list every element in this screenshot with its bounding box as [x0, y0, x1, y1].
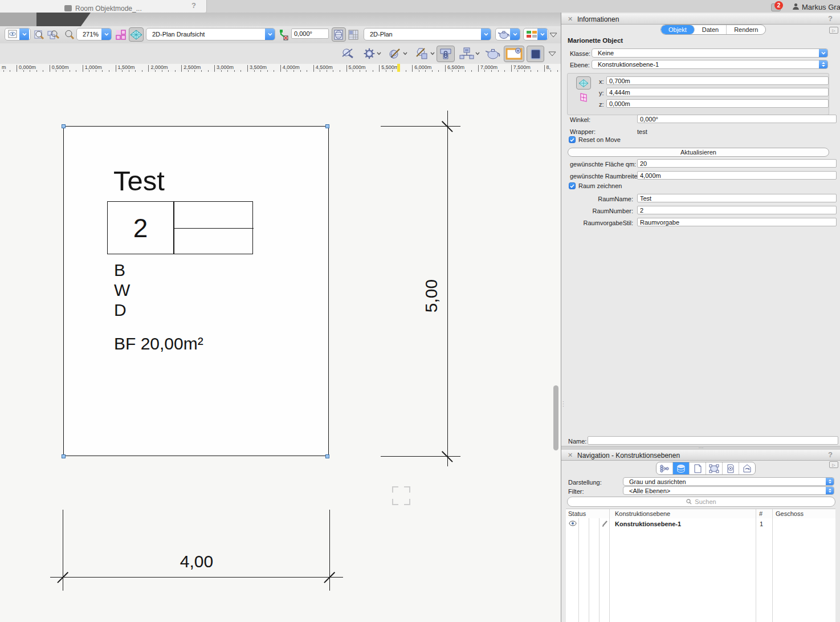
fit-page-zoom-button[interactable]: [33, 29, 46, 41]
color-scheme-control[interactable]: [523, 28, 548, 40]
winkel-input[interactable]: [637, 115, 837, 123]
raumvorgabestil-input[interactable]: [637, 218, 837, 226]
selection-handle-bottom-left[interactable]: [62, 454, 66, 458]
notification-badge[interactable]: 2: [774, 1, 783, 10]
aktualisieren-button[interactable]: Aktualisieren: [568, 148, 829, 157]
visibility-eye-icon[interactable]: [569, 521, 577, 526]
raumvorgabestil-label: RaumvorgabeStil:: [583, 219, 633, 226]
layer-table-body[interactable]: Konstruktionsebene-1 1: [566, 518, 835, 622]
ruler-tick-label: 1,000m: [85, 64, 102, 70]
nav-saved-views-icon[interactable]: [739, 462, 755, 474]
x-input[interactable]: [606, 76, 829, 85]
tab-objekt[interactable]: Objekt: [661, 25, 695, 34]
user-name[interactable]: Markus Graf: [802, 3, 840, 11]
plan-select-value: 2D-Plan: [364, 31, 481, 38]
detach-icon[interactable]: ▷: [829, 461, 838, 468]
filter-select[interactable]: <Alle Ebenen>: [623, 486, 834, 495]
search-field[interactable]: Suchen: [567, 497, 835, 507]
letter-line-b: B: [114, 260, 130, 280]
klasse-dropdown[interactable]: [819, 49, 827, 57]
plan-rotation-button[interactable]: [129, 27, 144, 42]
room-object[interactable]: [63, 126, 329, 456]
working-plane-button[interactable]: [576, 91, 591, 104]
raum-zeichnen-checkbox[interactable]: [569, 182, 576, 189]
darstellung-select[interactable]: Grau und ausrichten: [623, 477, 834, 486]
breite-input[interactable]: [637, 171, 837, 180]
link-mode-button[interactable]: [437, 46, 455, 62]
help-icon[interactable]: ?: [828, 450, 833, 459]
edit-geometry-button[interactable]: [413, 47, 437, 60]
vectorworks-window: Room Objektmode_... ? 2 Markus Graf 271%…: [0, 0, 840, 622]
layer-options-button[interactable]: [332, 27, 346, 42]
render-mode-dropdown[interactable]: [510, 29, 520, 40]
drawing-canvas[interactable]: Test 2 B W D BF 20,00m² 5,00: [0, 72, 561, 622]
info-panel-tabs[interactable]: Objekt Daten Rendern: [660, 25, 766, 35]
nav-references-icon[interactable]: [723, 462, 739, 474]
help-icon[interactable]: ?: [828, 14, 833, 23]
z-input[interactable]: [606, 99, 829, 108]
color-scheme-dropdown[interactable]: [537, 29, 547, 40]
reset-on-move-checkbox[interactable]: [569, 136, 576, 143]
nav-mode-iconbar[interactable]: [656, 462, 756, 475]
nav-viewports-icon[interactable]: [706, 462, 723, 474]
close-icon[interactable]: ✕: [568, 452, 573, 459]
darstellung-stepper[interactable]: [826, 478, 834, 485]
no-snap-tool-button[interactable]: [340, 47, 357, 60]
render-mode-control[interactable]: [495, 28, 520, 40]
search-placeholder: Suchen: [695, 498, 716, 505]
flaeche-input[interactable]: [637, 159, 837, 168]
view-mode-select[interactable]: 2D-Plan Draufsicht: [146, 28, 275, 40]
layer-row[interactable]: Konstruktionsebene-1 1: [566, 518, 835, 530]
info-panel-title: Informationen: [577, 15, 619, 23]
view-mode-dropdown[interactable]: [265, 29, 275, 40]
wrapper-label: Wrapper:: [570, 128, 596, 135]
close-icon[interactable]: ✕: [568, 15, 573, 23]
nav-classes-icon[interactable]: [656, 462, 673, 474]
dock-resize-handle[interactable]: ∙∙∙: [562, 400, 565, 407]
viewport-frame-button[interactable]: [504, 46, 524, 62]
filter-stepper[interactable]: [826, 487, 834, 494]
info-panel-header[interactable]: ✕ Informationen ?: [561, 14, 840, 25]
detach-icon[interactable]: ▷: [829, 27, 838, 34]
fit-objects-zoom-button[interactable]: [47, 29, 60, 41]
nav-panel-header[interactable]: ✕ Navigation - Konstruktionsebenen ?: [561, 450, 840, 461]
y-input[interactable]: [606, 88, 829, 96]
mode-flyout-chevron[interactable]: [547, 50, 557, 58]
nav-layers-icon[interactable]: [673, 462, 690, 474]
tab-daten[interactable]: Daten: [695, 25, 727, 34]
settings-gear-button[interactable]: [361, 47, 383, 60]
render-teapot-button[interactable]: [483, 47, 503, 60]
plan-select[interactable]: 2D-Plan: [364, 28, 491, 40]
tab-rendern[interactable]: Rendern: [727, 25, 765, 34]
raumnumber-input[interactable]: [637, 206, 837, 214]
selection-handle-top-right[interactable]: [325, 124, 329, 128]
object-type-label: Marionette Object: [568, 37, 623, 44]
zoom-level-dropdown[interactable]: [101, 29, 111, 40]
layer-table-header[interactable]: Status Konstruktionsebene # Geschoss: [566, 509, 835, 519]
plan-select-dropdown[interactable]: [481, 29, 491, 40]
ebene-select[interactable]: Konstruktionsebene-1: [592, 60, 828, 69]
raumname-input[interactable]: [637, 194, 837, 202]
network-publish-button[interactable]: [457, 47, 482, 60]
selection-handle-top-left[interactable]: [62, 124, 66, 128]
rotation-angle-input[interactable]: [291, 29, 329, 39]
plan-coords-button[interactable]: [576, 76, 591, 90]
klasse-select[interactable]: Keine: [592, 48, 828, 58]
fill-style-button[interactable]: [527, 46, 544, 62]
zoom-level-control[interactable]: 271%: [76, 28, 112, 40]
canvas-vertical-scrollbar[interactable]: [553, 385, 558, 450]
view-mode-value: 2D-Plan Draufsicht: [146, 31, 265, 38]
help-icon[interactable]: ?: [191, 1, 196, 10]
ebene-stepper[interactable]: [819, 60, 827, 68]
multi-view-panes-button[interactable]: [114, 29, 128, 41]
class-options-button[interactable]: [347, 29, 360, 41]
name-input[interactable]: [588, 436, 838, 445]
floating-window-titlebar[interactable]: Room Objektmode_... ?: [0, 0, 207, 13]
zoom-tool-button[interactable]: [64, 29, 75, 41]
nav-sheets-icon[interactable]: [690, 462, 706, 474]
display-mode-control[interactable]: [5, 28, 31, 40]
selection-handle-bottom-right[interactable]: [325, 454, 329, 458]
toolbar-flyout-chevron[interactable]: [548, 31, 558, 39]
display-mode-dropdown[interactable]: [19, 29, 29, 40]
edit-style-button[interactable]: [386, 47, 409, 60]
